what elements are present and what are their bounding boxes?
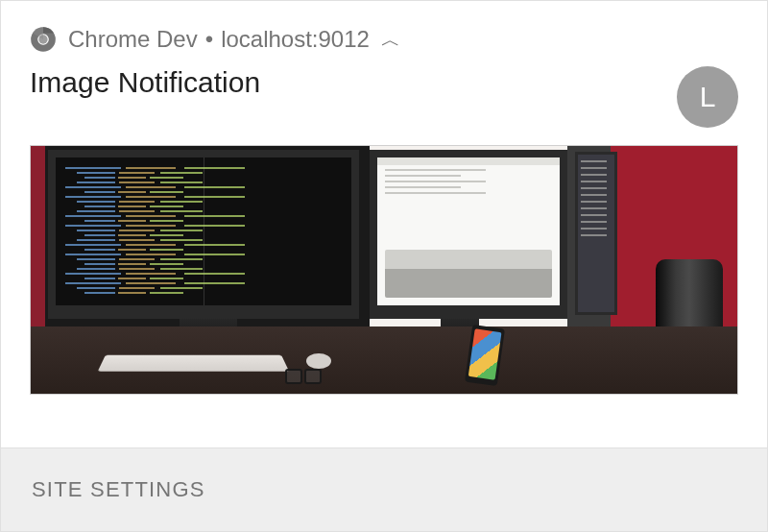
notification-image [30, 145, 738, 395]
notification-header[interactable]: Chrome Dev • localhost:9012 ︿ [1, 1, 767, 66]
notification-card: Chrome Dev • localhost:9012 ︿ Image Noti… [0, 0, 768, 532]
avatar-letter: L [700, 81, 716, 113]
app-name: Chrome Dev [68, 26, 198, 53]
avatar: L [677, 66, 738, 128]
origin-text: localhost:9012 [221, 26, 370, 53]
separator-dot: • [205, 26, 213, 53]
notification-image-container [1, 145, 767, 412]
actions-bar: SITE SETTINGS [1, 447, 767, 531]
title-row: Image Notification L [1, 66, 767, 145]
site-settings-button[interactable]: SITE SETTINGS [32, 477, 205, 502]
chrome-icon [30, 26, 57, 53]
header-text: Chrome Dev • localhost:9012 ︿ [68, 26, 400, 53]
notification-title: Image Notification [30, 66, 260, 99]
chevron-up-icon[interactable]: ︿ [381, 27, 400, 53]
